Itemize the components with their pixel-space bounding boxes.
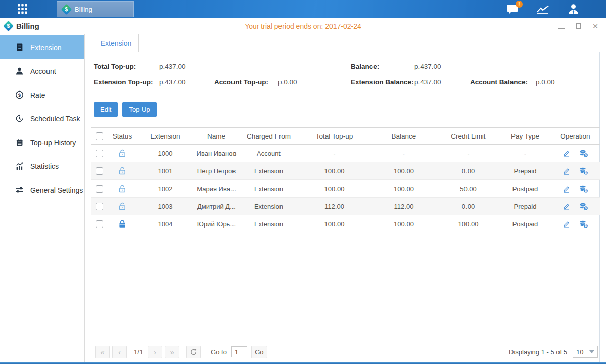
taskbar-billing-tab[interactable]: $ Billing — [57, 1, 134, 17]
app-grid-icon[interactable] — [18, 4, 27, 15]
lock-open-icon[interactable] — [118, 166, 127, 175]
column-header-name[interactable]: Name — [193, 128, 240, 145]
sidebar-item-label: Scheduled Task — [30, 115, 80, 123]
table-header-row: Status Extension Name Charged From Total… — [91, 128, 600, 145]
sidebar: Extension Account $ Rate Scheduled T — [0, 34, 85, 362]
topup-row-icon[interactable]: $ — [579, 220, 588, 229]
cell-extension: 1002 — [137, 180, 193, 198]
topup-button[interactable]: Top Up — [122, 102, 156, 117]
statistics-chart-icon[interactable] — [536, 3, 549, 15]
maximize-icon[interactable] — [572, 21, 585, 32]
goto-page-input[interactable] — [231, 346, 247, 357]
row-checkbox[interactable] — [96, 150, 103, 157]
select-all-checkbox[interactable] — [96, 132, 103, 140]
last-page-icon[interactable]: » — [165, 346, 179, 358]
column-header-extension[interactable]: Extension — [137, 128, 193, 145]
column-header-pay-type[interactable]: Pay Type — [500, 128, 550, 145]
cell-balance: 100.00 — [371, 180, 437, 198]
lock-open-icon[interactable] — [118, 149, 127, 158]
sidebar-item-scheduled-task[interactable]: Scheduled Task — [0, 107, 84, 130]
topup-row-icon[interactable]: $ — [579, 202, 588, 211]
edit-row-icon[interactable] — [562, 167, 571, 175]
scheduled-task-icon — [15, 114, 24, 123]
tab-extension[interactable]: Extension — [94, 34, 139, 52]
cell-balance: 100.00 — [371, 162, 437, 180]
cell-extension: 1000 — [137, 145, 193, 162]
lock-closed-icon[interactable] — [118, 219, 127, 229]
window-titlebar: $ Billing Your trial period ends on: 201… — [0, 18, 606, 34]
sidebar-item-topup-history[interactable]: Top-up History — [0, 130, 84, 154]
topup-row-icon[interactable]: $ — [579, 185, 588, 193]
column-header-operation[interactable]: Operation — [550, 128, 600, 145]
column-header-balance[interactable]: Balance — [371, 128, 437, 145]
row-checkbox[interactable] — [96, 185, 103, 193]
sidebar-item-extension[interactable]: Extension — [0, 35, 84, 59]
toolbar: Edit Top Up — [94, 102, 599, 117]
pagination-bar: « ‹ 1/1 › » Go to Go Displaying 1 - 5 of… — [95, 345, 598, 358]
cell-credit-limit: 100.00 — [437, 215, 500, 233]
topup-row-icon[interactable]: $ — [579, 167, 588, 175]
user-account-icon[interactable] — [567, 3, 580, 15]
row-checkbox-cell — [91, 162, 107, 180]
lock-open-icon[interactable] — [118, 202, 127, 211]
column-header-status[interactable]: Status — [107, 128, 137, 145]
cell-charged-from: Extension — [240, 180, 298, 198]
cell-operation: $ — [550, 198, 600, 215]
row-checkbox-cell — [91, 145, 107, 162]
table-row: 1001 Петр Петров Extension 100.00 100.00… — [91, 162, 600, 180]
row-checkbox[interactable] — [96, 203, 103, 210]
sidebar-item-rate[interactable]: $ Rate — [0, 83, 84, 107]
row-checkbox-cell — [91, 215, 107, 233]
next-page-icon[interactable]: › — [148, 346, 162, 358]
edit-row-icon[interactable] — [562, 149, 571, 158]
row-checkbox[interactable] — [96, 167, 103, 175]
cell-status — [107, 180, 137, 198]
sidebar-item-label: Top-up History — [30, 139, 76, 147]
tab-strip: Extension — [85, 34, 606, 52]
edit-row-icon[interactable] — [562, 185, 571, 193]
cell-status — [107, 162, 137, 180]
page-size-select[interactable]: 10 — [573, 346, 598, 358]
close-icon[interactable]: × — [589, 21, 602, 32]
cell-extension: 1004 — [137, 215, 193, 233]
refresh-icon[interactable] — [186, 346, 201, 358]
prev-page-icon[interactable]: ‹ — [112, 346, 127, 358]
table-row: 1003 Дмитрий Д... Extension 112.00 112.0… — [91, 198, 600, 215]
column-header-charged-from[interactable]: Charged From — [240, 128, 298, 145]
notifications-chat-icon[interactable]: ! — [506, 3, 519, 15]
cell-credit-limit: 0.00 — [437, 198, 500, 215]
cell-total-topup: 100.00 — [298, 180, 371, 198]
sidebar-item-general-settings[interactable]: General Settings — [0, 178, 84, 202]
cell-credit-limit: - — [437, 145, 500, 162]
edit-row-icon[interactable] — [562, 220, 571, 229]
topup-row-icon[interactable]: $ — [579, 149, 588, 158]
svg-text:$: $ — [585, 171, 587, 175]
balance-summary: Total Top-up: p.437.00 Balance: p.437.00… — [85, 62, 599, 95]
total-topup-label: Total Top-up: — [94, 63, 136, 70]
extension-balance-label: Extension Balance: — [351, 78, 414, 86]
cell-name: Юрий Юрь... — [193, 215, 240, 233]
sidebar-item-account[interactable]: Account — [0, 59, 84, 83]
go-button[interactable]: Go — [251, 346, 267, 358]
cell-extension: 1003 — [137, 198, 193, 215]
sidebar-item-label: Statistics — [30, 162, 59, 170]
account-topup-label: Account Top-up: — [214, 78, 268, 86]
cell-operation: $ — [550, 145, 600, 162]
account-topup-value: p.0.00 — [278, 78, 297, 86]
table-row: 1004 Юрий Юрь... Extension 100.00 100.00… — [91, 215, 600, 233]
row-checkbox[interactable] — [96, 220, 103, 228]
sidebar-item-statistics[interactable]: Statistics — [0, 154, 84, 178]
column-header-total-topup[interactable]: Total Top-up — [298, 128, 371, 145]
column-header-credit-limit[interactable]: Credit Limit — [437, 128, 500, 145]
cell-extension: 1001 — [137, 162, 193, 180]
cell-name: Мария Ива... — [193, 180, 240, 198]
account-balance-value: p.0.00 — [536, 78, 555, 86]
lock-open-icon[interactable] — [118, 184, 127, 193]
edit-button[interactable]: Edit — [94, 102, 118, 117]
first-page-icon[interactable]: « — [95, 346, 110, 358]
cell-credit-limit: 50.00 — [437, 180, 500, 198]
edit-row-icon[interactable] — [562, 202, 571, 211]
cell-credit-limit: 0.00 — [437, 162, 500, 180]
minimize-icon[interactable] — [554, 21, 568, 32]
account-balance-label: Account Balance: — [470, 78, 528, 86]
